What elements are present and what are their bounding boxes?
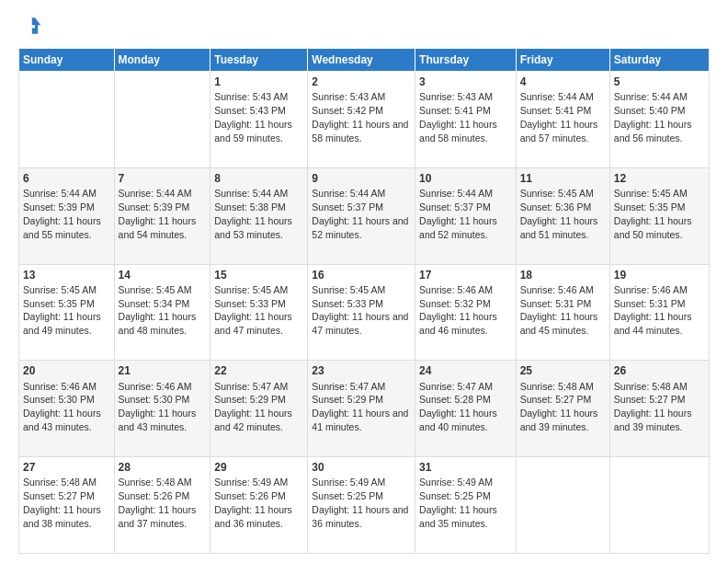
day-sunrise: Sunrise: 5:46 AMSunset: 5:31 PMDaylight:… — [614, 284, 692, 337]
weekday-header-friday: Friday — [516, 49, 609, 72]
calendar-cell: 27Sunrise: 5:48 AMSunset: 5:27 PMDayligh… — [19, 457, 115, 554]
calendar-cell: 14Sunrise: 5:45 AMSunset: 5:34 PMDayligh… — [114, 264, 210, 361]
day-sunrise: Sunrise: 5:45 AMSunset: 5:33 PMDaylight:… — [214, 284, 292, 337]
day-sunrise: Sunrise: 5:45 AMSunset: 5:34 PMDaylight:… — [119, 284, 197, 337]
day-sunrise: Sunrise: 5:45 AMSunset: 5:33 PMDaylight:… — [312, 284, 408, 337]
day-number: 2 — [312, 75, 411, 89]
day-sunrise: Sunrise: 5:49 AMSunset: 5:25 PMDaylight:… — [419, 477, 497, 529]
day-sunrise: Sunrise: 5:46 AMSunset: 5:30 PMDaylight:… — [119, 381, 197, 433]
calendar-cell: 4Sunrise: 5:44 AMSunset: 5:41 PMDaylight… — [516, 72, 609, 168]
calendar-table: SundayMondayTuesdayWednesdayThursdayFrid… — [18, 48, 710, 554]
calendar-cell: 30Sunrise: 5:49 AMSunset: 5:25 PMDayligh… — [308, 457, 415, 554]
day-sunrise: Sunrise: 5:44 AMSunset: 5:39 PMDaylight:… — [119, 188, 197, 240]
calendar-cell: 23Sunrise: 5:47 AMSunset: 5:29 PMDayligh… — [308, 361, 415, 457]
calendar-body: 1Sunrise: 5:43 AMSunset: 5:43 PMDaylight… — [19, 72, 710, 554]
weekday-header-wednesday: Wednesday — [308, 49, 415, 72]
calendar-header-row: SundayMondayTuesdayWednesdayThursdayFrid… — [19, 49, 710, 72]
day-sunrise: Sunrise: 5:44 AMSunset: 5:40 PMDaylight:… — [614, 91, 692, 144]
day-sunrise: Sunrise: 5:45 AMSunset: 5:35 PMDaylight:… — [614, 188, 692, 240]
calendar-cell: 12Sunrise: 5:45 AMSunset: 5:35 PMDayligh… — [609, 167, 709, 264]
day-sunrise: Sunrise: 5:47 AMSunset: 5:29 PMDaylight:… — [214, 381, 292, 433]
day-sunrise: Sunrise: 5:44 AMSunset: 5:37 PMDaylight:… — [419, 188, 497, 240]
day-number: 28 — [119, 460, 207, 475]
calendar-week-1: 1Sunrise: 5:43 AMSunset: 5:43 PMDaylight… — [19, 72, 710, 168]
calendar-cell: 19Sunrise: 5:46 AMSunset: 5:31 PMDayligh… — [609, 264, 709, 361]
day-sunrise: Sunrise: 5:45 AMSunset: 5:36 PMDaylight:… — [520, 188, 598, 240]
day-number: 12 — [614, 171, 705, 186]
calendar-cell: 13Sunrise: 5:45 AMSunset: 5:35 PMDayligh… — [19, 264, 115, 361]
day-number: 16 — [312, 268, 411, 282]
day-sunrise: Sunrise: 5:43 AMSunset: 5:43 PMDaylight:… — [214, 91, 292, 144]
calendar-cell — [19, 72, 115, 168]
calendar-cell: 26Sunrise: 5:48 AMSunset: 5:27 PMDayligh… — [609, 361, 709, 457]
calendar-cell: 20Sunrise: 5:46 AMSunset: 5:30 PMDayligh… — [19, 361, 115, 457]
day-sunrise: Sunrise: 5:46 AMSunset: 5:31 PMDaylight:… — [520, 284, 598, 337]
day-number: 8 — [214, 171, 303, 186]
calendar-cell: 9Sunrise: 5:44 AMSunset: 5:37 PMDaylight… — [308, 167, 415, 264]
calendar-week-4: 20Sunrise: 5:46 AMSunset: 5:30 PMDayligh… — [19, 361, 710, 457]
day-number: 3 — [419, 75, 512, 89]
calendar-week-5: 27Sunrise: 5:48 AMSunset: 5:27 PMDayligh… — [19, 457, 710, 554]
day-number: 18 — [520, 268, 606, 282]
calendar-cell: 3Sunrise: 5:43 AMSunset: 5:41 PMDaylight… — [415, 72, 517, 168]
day-sunrise: Sunrise: 5:43 AMSunset: 5:41 PMDaylight:… — [419, 91, 497, 144]
calendar-week-3: 13Sunrise: 5:45 AMSunset: 5:35 PMDayligh… — [19, 264, 710, 361]
day-number: 26 — [614, 363, 705, 378]
day-number: 21 — [119, 363, 207, 378]
calendar-cell: 2Sunrise: 5:43 AMSunset: 5:42 PMDaylight… — [308, 72, 415, 168]
calendar-cell: 7Sunrise: 5:44 AMSunset: 5:39 PMDaylight… — [114, 167, 210, 264]
day-sunrise: Sunrise: 5:44 AMSunset: 5:39 PMDaylight:… — [23, 188, 101, 240]
day-number: 9 — [312, 171, 411, 186]
calendar-cell: 10Sunrise: 5:44 AMSunset: 5:37 PMDayligh… — [415, 167, 517, 264]
calendar-week-2: 6Sunrise: 5:44 AMSunset: 5:39 PMDaylight… — [19, 167, 710, 264]
calendar-cell: 11Sunrise: 5:45 AMSunset: 5:36 PMDayligh… — [516, 167, 609, 264]
day-number: 23 — [312, 363, 411, 378]
calendar-cell: 5Sunrise: 5:44 AMSunset: 5:40 PMDaylight… — [609, 72, 709, 168]
weekday-header-saturday: Saturday — [609, 49, 709, 72]
day-sunrise: Sunrise: 5:44 AMSunset: 5:38 PMDaylight:… — [214, 188, 292, 240]
day-number: 11 — [520, 171, 606, 186]
day-sunrise: Sunrise: 5:49 AMSunset: 5:25 PMDaylight:… — [312, 477, 408, 529]
day-sunrise: Sunrise: 5:45 AMSunset: 5:35 PMDaylight:… — [23, 284, 101, 337]
calendar-cell: 28Sunrise: 5:48 AMSunset: 5:26 PMDayligh… — [114, 457, 210, 554]
calendar-cell — [114, 72, 210, 168]
calendar-cell: 29Sunrise: 5:49 AMSunset: 5:26 PMDayligh… — [210, 457, 308, 554]
calendar-cell — [516, 457, 609, 554]
day-number: 13 — [23, 268, 110, 282]
day-sunrise: Sunrise: 5:44 AMSunset: 5:41 PMDaylight:… — [520, 91, 598, 144]
day-number: 22 — [214, 363, 303, 378]
svg-marker-0 — [32, 17, 41, 34]
day-sunrise: Sunrise: 5:47 AMSunset: 5:28 PMDaylight:… — [419, 381, 497, 433]
day-number: 17 — [419, 268, 512, 282]
day-number: 14 — [119, 268, 207, 282]
day-number: 6 — [23, 171, 110, 186]
day-number: 20 — [23, 363, 110, 378]
day-number: 27 — [23, 460, 110, 475]
logo — [18, 15, 42, 40]
day-sunrise: Sunrise: 5:49 AMSunset: 5:26 PMDaylight:… — [214, 477, 292, 529]
calendar-cell: 17Sunrise: 5:46 AMSunset: 5:32 PMDayligh… — [415, 264, 517, 361]
calendar-cell: 15Sunrise: 5:45 AMSunset: 5:33 PMDayligh… — [210, 264, 308, 361]
day-number: 7 — [119, 171, 207, 186]
calendar-cell — [609, 457, 709, 554]
weekday-header-thursday: Thursday — [415, 49, 517, 72]
day-number: 4 — [520, 75, 606, 89]
calendar-cell: 8Sunrise: 5:44 AMSunset: 5:38 PMDaylight… — [210, 167, 308, 264]
calendar-cell: 25Sunrise: 5:48 AMSunset: 5:27 PMDayligh… — [516, 361, 609, 457]
day-sunrise: Sunrise: 5:46 AMSunset: 5:30 PMDaylight:… — [23, 381, 101, 433]
day-sunrise: Sunrise: 5:48 AMSunset: 5:27 PMDaylight:… — [520, 381, 598, 433]
day-sunrise: Sunrise: 5:47 AMSunset: 5:29 PMDaylight:… — [312, 381, 408, 433]
weekday-header-monday: Monday — [114, 49, 210, 72]
weekday-header-tuesday: Tuesday — [210, 49, 308, 72]
calendar-cell: 6Sunrise: 5:44 AMSunset: 5:39 PMDaylight… — [19, 167, 115, 264]
day-sunrise: Sunrise: 5:48 AMSunset: 5:26 PMDaylight:… — [119, 477, 197, 529]
calendar-cell: 21Sunrise: 5:46 AMSunset: 5:30 PMDayligh… — [114, 361, 210, 457]
day-number: 10 — [419, 171, 512, 186]
day-sunrise: Sunrise: 5:46 AMSunset: 5:32 PMDaylight:… — [419, 284, 497, 337]
day-number: 5 — [614, 75, 705, 89]
logo-icon — [20, 15, 42, 37]
day-sunrise: Sunrise: 5:48 AMSunset: 5:27 PMDaylight:… — [23, 477, 101, 529]
day-sunrise: Sunrise: 5:43 AMSunset: 5:42 PMDaylight:… — [312, 91, 408, 144]
page: SundayMondayTuesdayWednesdayThursdayFrid… — [0, 0, 728, 563]
weekday-header-sunday: Sunday — [19, 49, 115, 72]
